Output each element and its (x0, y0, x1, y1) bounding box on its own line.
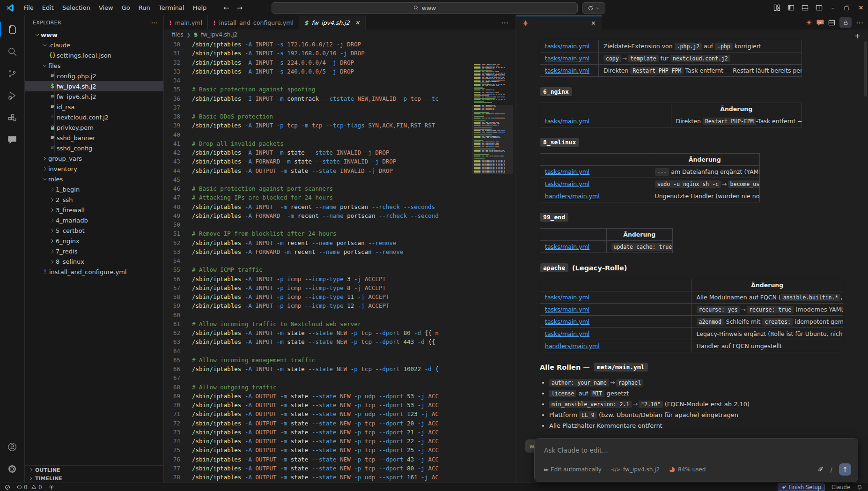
notifications-bell-icon[interactable] (853, 484, 868, 490)
minimap-slider[interactable] (472, 105, 513, 174)
edit-mode-selector[interactable]: ▸▸ Edit automatically (544, 466, 602, 473)
activity-account[interactable] (0, 436, 25, 458)
toggle-panel-icon[interactable] (798, 0, 812, 15)
activity-source-control[interactable] (0, 62, 25, 84)
menu-edit[interactable]: Edit (38, 4, 58, 11)
claude-tab[interactable]: ✕ (516, 15, 602, 30)
customize-layout-icon[interactable] (770, 0, 784, 15)
tree-item-.claude[interactable]: .claude (25, 40, 163, 50)
activity-settings[interactable] (0, 458, 25, 480)
menu-terminal[interactable]: Terminal (154, 4, 189, 11)
layout-control-button[interactable] (582, 2, 605, 14)
file-link[interactable]: tasks/main.yml (545, 43, 589, 50)
finish-setup-button[interactable]: Finish Setup (774, 484, 828, 491)
tab-main.yml[interactable]: !main.yml (164, 15, 208, 30)
outline-section[interactable]: OUTLINE (25, 465, 163, 474)
tree-item-roles[interactable]: roles (25, 174, 163, 184)
tree-item-fw_ipv6.sh.j2[interactable]: fw_ipv6.sh.j2 (25, 91, 163, 102)
tree-item-privkey.pem[interactable]: privkey.pem (25, 122, 163, 133)
toggle-sidebar-icon[interactable] (784, 0, 798, 15)
explorer-more-actions-icon[interactable]: ⋯ (151, 19, 158, 26)
close-panel-tab-icon[interactable]: ✕ (591, 20, 596, 27)
back-icon[interactable]: ← (223, 4, 229, 12)
file-link[interactable]: handlers/main.yml (545, 193, 600, 200)
menu-file[interactable]: File (19, 4, 38, 11)
code-line: /sbin/iptables -A INPUT -m state --state… (192, 365, 473, 373)
tree-item-group_vars[interactable]: group_vars (25, 153, 163, 164)
tree-item-config.php.j2[interactable]: config.php.j2 (25, 71, 163, 81)
tree-item-files[interactable]: files (25, 60, 163, 71)
file-link[interactable]: tasks/main.yml (545, 294, 589, 301)
tree-item-3_firewall[interactable]: 3_firewall (25, 205, 163, 215)
chat-bubble-icon[interactable]: cc (817, 19, 824, 26)
menu-view[interactable]: View (95, 4, 118, 11)
tree-item-settings.local.json[interactable]: {}settings.local.json (25, 50, 163, 60)
activity-chat[interactable] (0, 128, 25, 150)
forward-icon[interactable]: → (237, 4, 243, 12)
tree-item-6_nginx[interactable]: 6_nginx (25, 236, 163, 246)
tree-item-8_selinux[interactable]: 8_selinux (25, 256, 163, 267)
file-link[interactable]: handlers/main.yml (545, 342, 600, 350)
timeline-section[interactable]: TIMELINE (25, 474, 163, 483)
breadcrumb-file[interactable]: fw_ipv4.sh.j2 (201, 31, 237, 38)
file-link[interactable]: tasks/main.yml (545, 55, 589, 62)
file-link[interactable]: tasks/main.yml (545, 318, 589, 325)
activity-extensions[interactable] (0, 106, 25, 128)
lock-toggle[interactable] (839, 17, 852, 28)
tree-item-install_and_configure.yml[interactable]: !install_and_configure.yml (25, 267, 163, 277)
problems-indicator[interactable]: 0 0 (14, 483, 45, 491)
activity-search[interactable] (0, 40, 25, 62)
tree-item-1_begin[interactable]: 1_begin (25, 184, 163, 194)
file-link[interactable]: tasks/main.yml (545, 330, 589, 337)
menu-go[interactable]: Go (118, 4, 134, 11)
menu-run[interactable]: Run (134, 4, 154, 11)
menu-help[interactable]: Help (189, 4, 211, 11)
editor-more-actions-icon[interactable]: ⋯ (501, 15, 508, 30)
minimize-button[interactable]: – (826, 0, 840, 15)
claude-input-card[interactable]: Ask Claude to edit… ▸▸ Edit automaticall… (534, 438, 858, 482)
context-file[interactable]: </> fw_ipv4.sh.j2 (611, 466, 660, 473)
search-icon (413, 5, 419, 11)
claude-status-item[interactable]: Claude (828, 484, 853, 491)
file-link[interactable]: tasks/main.yml (545, 180, 589, 187)
file-link[interactable]: tasks/main.yml (545, 243, 589, 250)
breadcrumb[interactable]: files ❯ $ fw_ipv4.sh.j2 (164, 30, 515, 40)
file-link[interactable]: tasks/main.yml (545, 118, 589, 125)
command-center-search[interactable]: www (272, 2, 578, 14)
tree-item-www[interactable]: www (25, 30, 163, 40)
tree-item-fw_ipv4.sh.j2[interactable]: $fw_ipv4.sh.j2 (25, 81, 163, 91)
toggle-secondary-sidebar-icon[interactable] (812, 0, 826, 15)
tree-item-sshd_config[interactable]: sshd_config (25, 143, 163, 153)
activity-explorer[interactable] (0, 18, 25, 40)
restore-button[interactable] (840, 0, 854, 15)
ports-icon[interactable] (45, 483, 58, 491)
tab-fw_ipv4.sh.j2[interactable]: $fw_ipv4.sh.j2✕ (299, 15, 366, 30)
layout-panel-icon[interactable] (828, 19, 835, 26)
tree-item-sshd_banner[interactable]: sshd_banner (25, 133, 163, 143)
slash-command-icon[interactable]: / (831, 466, 832, 473)
panel-more-actions-icon[interactable]: ⋯ (856, 18, 863, 27)
rocket-icon (781, 485, 786, 490)
attach-paperclip-icon[interactable] (817, 466, 824, 473)
close-tab-icon[interactable]: ✕ (355, 19, 360, 26)
tab-install_and_configure.yml[interactable]: !install_and_configure.yml (208, 15, 299, 30)
file-link[interactable]: tasks/main.yml (545, 306, 589, 313)
claude-input-placeholder[interactable]: Ask Claude to edit… (544, 446, 608, 454)
tree-item-4_mariadb[interactable]: 4_mariadb (25, 215, 163, 225)
file-link[interactable]: tasks/main.yml (545, 168, 589, 175)
send-button[interactable]: ↑ (839, 463, 851, 476)
tree-item-inventory[interactable]: inventory (25, 164, 163, 174)
tree-item-nextcloud.conf.j2[interactable]: nextcloud.conf.j2 (25, 112, 163, 122)
breadcrumb-folder[interactable]: files (172, 31, 184, 38)
menu-selection[interactable]: Selection (58, 4, 95, 11)
tree-item-id_rsa[interactable]: id_rsa (25, 102, 163, 112)
tree-item-5_certbot[interactable]: 5_certbot (25, 225, 163, 236)
tree-item-7_redis[interactable]: 7_redis (25, 246, 163, 256)
file-link[interactable]: tasks/main.yml (545, 67, 589, 74)
close-window-button[interactable]: ✕ (854, 0, 868, 15)
remote-indicator-icon[interactable] (0, 483, 14, 491)
activity-run-debug[interactable] (0, 84, 25, 106)
claude-starburst-icon[interactable] (806, 19, 812, 26)
code-editor[interactable]: 3031323334353637383940414243444546474849… (164, 40, 515, 483)
tree-item-2_ssh[interactable]: 2_ssh (25, 194, 163, 205)
